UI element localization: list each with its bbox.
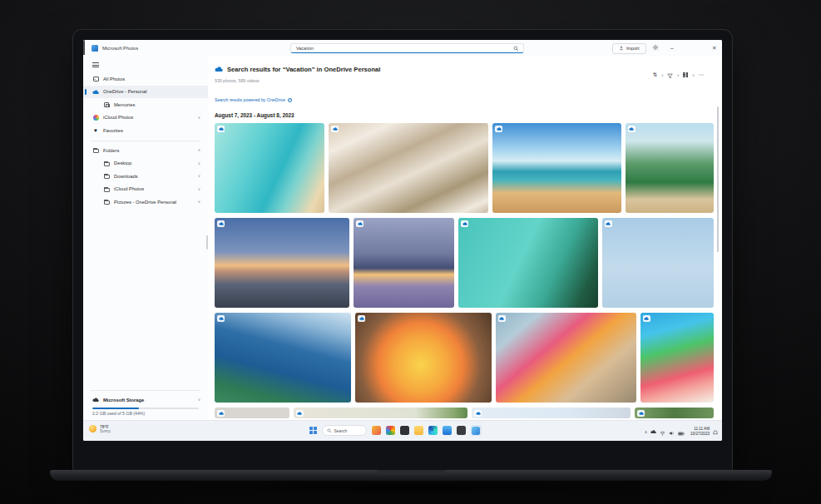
sort-chevron-icon[interactable]: ∨ <box>661 73 664 77</box>
taskbar-app-icon-edge-browser[interactable] <box>428 426 438 435</box>
sidebar-item-label: iCloud Photos <box>114 186 144 191</box>
chevron-down-icon[interactable]: ∨ <box>198 161 200 166</box>
photo-palm-beach-crowd[interactable] <box>626 123 714 213</box>
taskbar-search[interactable]: Search <box>322 425 367 436</box>
chevron-down-icon[interactable]: ∨ <box>198 116 200 120</box>
wifi-icon[interactable] <box>660 424 665 439</box>
search-icon[interactable] <box>513 46 519 52</box>
storage-cloud-icon <box>92 398 99 403</box>
photo-grid-row <box>215 218 714 308</box>
photo-rainbow-shave-ice[interactable] <box>640 313 714 403</box>
chevron-down-icon[interactable]: ∨ <box>198 200 200 204</box>
taskbar-app-icon-file-explorer-folder[interactable] <box>414 426 423 435</box>
import-icon <box>619 45 624 52</box>
microsoft-storage-item[interactable]: Microsoft Storage ∨ <box>83 394 208 405</box>
clock[interactable]: 11:11 AM 10/27/2023 <box>690 427 710 436</box>
chevron-down-icon[interactable]: ∨ <box>198 174 200 178</box>
sidebar-item-icloud-photos[interactable]: iCloud Photos∨ <box>83 111 208 125</box>
chevron-down-icon[interactable]: ∨ <box>198 187 200 191</box>
taskbar-app-icon-microsoft-store[interactable] <box>443 426 452 435</box>
laptop-hinge-notch <box>377 470 445 475</box>
photo-grid <box>215 123 714 423</box>
sort-icon[interactable]: ⇅ <box>653 72 657 78</box>
divider <box>91 390 200 391</box>
divider <box>91 141 200 141</box>
cloud-sync-badge-icon <box>217 220 225 227</box>
photo-ocean-foam-closeup[interactable] <box>329 123 488 213</box>
taskbar-active-app[interactable] <box>471 425 482 436</box>
settings-gear-icon[interactable] <box>652 44 659 51</box>
all-photos-icon <box>92 77 99 82</box>
minimize-button[interactable]: – <box>670 45 674 52</box>
folder-icon <box>103 186 110 192</box>
taskbar-search-label: Search <box>334 428 348 433</box>
import-button[interactable]: Import <box>612 43 646 54</box>
onedrive-tray-icon[interactable] <box>650 430 656 434</box>
close-button[interactable]: ✕ <box>712 45 716 52</box>
chevron-up-icon[interactable]: ∧ <box>198 148 200 152</box>
results-header: Search results for “Vacation” in OneDriv… <box>215 66 380 73</box>
weather-widget[interactable]: 78°F Sunny <box>89 424 111 434</box>
photo-partial-green-foliage[interactable] <box>635 408 714 418</box>
taskbar-app-icon-photos-app[interactable] <box>472 427 480 435</box>
cloud-sync-badge-icon <box>296 410 304 417</box>
photo-aerial-turquoise-beach[interactable] <box>215 123 324 213</box>
onedrive-cloud-icon <box>215 67 223 72</box>
layout-grid-icon[interactable] <box>683 72 688 77</box>
sidebar-item-label: iCloud Photos <box>103 115 133 120</box>
hamburger-menu-icon[interactable] <box>92 62 99 67</box>
tray-chevron-up-icon[interactable]: ∧ <box>645 430 647 434</box>
taskbar-app-icon-red-tile-app[interactable] <box>372 426 381 435</box>
filter-chevron-icon[interactable]: ∨ <box>677 73 680 77</box>
taskbar-center: Search <box>309 425 482 436</box>
sidebar-item-icloud-photos-folder[interactable]: iCloud Photos∨ <box>83 183 208 196</box>
photo-partial-pale-landscape[interactable] <box>294 408 467 418</box>
storage-usage-text: 2.2 GB used of 5 GB (44%) <box>83 411 208 416</box>
sidebar-item-label: All Photos <box>103 77 125 82</box>
main-content: Search results for “Vacation” in OneDriv… <box>208 57 722 420</box>
sidebar-item-downloads[interactable]: Downloads∨ <box>83 170 208 183</box>
battery-icon[interactable] <box>678 424 685 439</box>
sidebar-item-pictures-onedrive-personal[interactable]: Pictures - OneDrive Personal∨ <box>83 195 208 209</box>
photo-partial-pale-sky[interactable] <box>472 408 631 418</box>
photo-teal-bay-with-boat[interactable] <box>458 218 597 308</box>
notification-bell-icon[interactable] <box>713 424 718 439</box>
sidebar-item-desktop[interactable]: Desktop∨ <box>83 157 208 170</box>
taskbar-app-icon-multicolor-browser-app[interactable] <box>386 426 395 435</box>
sidebar-item-folders[interactable]: Folders∧ <box>83 144 208 157</box>
search-input[interactable]: Vacation <box>290 43 524 53</box>
windows-start-button[interactable] <box>309 427 317 434</box>
layout-chevron-icon[interactable]: ∨ <box>692 73 695 77</box>
sidebar-item-onedrive-personal[interactable]: OneDrive - Personal <box>83 86 208 99</box>
photo-partial-gray-photo[interactable] <box>215 408 289 418</box>
search-value[interactable]: Vacation <box>296 46 513 51</box>
sidebar-item-memories[interactable]: Memories <box>83 98 208 111</box>
powered-by-text[interactable]: Search results powered by OneDrive <box>215 97 285 102</box>
photo-dog-with-lei[interactable] <box>496 313 636 403</box>
photo-orange-shave-ice[interactable] <box>355 313 491 403</box>
content-scrollbar[interactable] <box>717 106 719 252</box>
photo-honolulu-night-skyline[interactable] <box>354 218 454 308</box>
app-title: Microsoft Photos <box>102 46 138 51</box>
results-count: 939 photos, 589 videos <box>215 78 260 83</box>
photo-dusk-beach-sunset[interactable] <box>215 218 349 308</box>
chevron-down-icon[interactable]: ∨ <box>198 398 200 402</box>
taskbar-app-icon-dark-app[interactable] <box>400 426 409 435</box>
powered-by-link[interactable]: Search results powered by OneDrive i <box>215 97 292 102</box>
photo-waikiki-diamond-head[interactable] <box>215 313 351 403</box>
icloud-icon <box>92 115 99 121</box>
maximize-button[interactable] <box>83 40 85 55</box>
screen-content: Microsoft Photos Vacation Import – ✕ <box>83 40 722 441</box>
sidebar-item-favorites[interactable]: ♥Favorites <box>83 124 208 137</box>
photo-lone-palm-tree[interactable] <box>602 218 714 308</box>
sidebar-item-all-photos[interactable]: All Photos <box>83 72 208 86</box>
volume-icon[interactable] <box>669 424 675 439</box>
info-icon[interactable]: i <box>288 98 292 102</box>
system-tray: ∧ 11:11 AM 10/27/2023 <box>645 424 718 439</box>
filter-icon[interactable] <box>667 67 673 82</box>
cloud-sync-badge-icon <box>498 315 506 322</box>
taskbar-app-icon-dark-blue-app[interactable] <box>457 426 466 435</box>
photo-sunny-beach-shoreline[interactable] <box>492 123 621 213</box>
sun-icon <box>89 425 96 432</box>
more-options-icon[interactable]: ⋯ <box>699 72 705 78</box>
